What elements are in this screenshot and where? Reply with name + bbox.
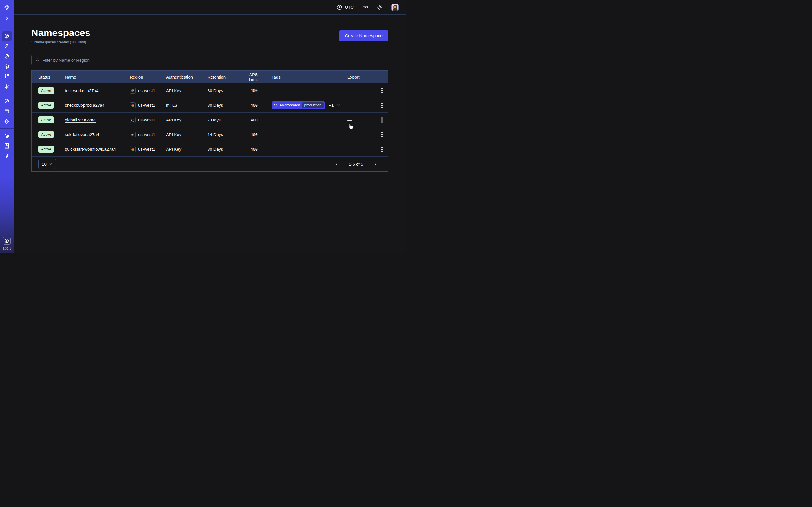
retention-cell: 30 Days: [207, 88, 240, 93]
sidebar-divider: [0, 128, 13, 129]
region-cell: us-west1: [130, 88, 166, 94]
sidebar-item-nexus[interactable]: [2, 82, 12, 92]
table-body: Active test-worker.a27a4 us-west1 API Ke…: [32, 83, 388, 156]
sidebar: $ 2.35.1: [0, 0, 13, 253]
status-cell: Active: [38, 102, 65, 109]
region-cell: us-west1: [130, 131, 166, 137]
namespace-link[interactable]: test-worker.a27a4: [65, 88, 98, 93]
region-label: us-west1: [138, 132, 155, 137]
row-actions-cell: [376, 130, 388, 139]
name-cell: globalizer.a27a4: [65, 117, 130, 122]
namespace-link[interactable]: quickstart-workflows.a27a4: [65, 147, 116, 152]
sidebar-item-docs[interactable]: [2, 141, 12, 151]
column-header-export: Export: [347, 75, 376, 79]
main-content: Namespaces 5 Namespaces created (100 lim…: [13, 15, 406, 253]
table-row: Active quickstart-workflows.a27a4 us-wes…: [32, 142, 388, 156]
region-cell: us-west1: [130, 102, 166, 108]
pagination-range: 1-5 of 5: [349, 162, 363, 166]
region-cell: us-west1: [130, 117, 166, 123]
chevron-down-icon: [49, 162, 52, 166]
filter-searchbar: [31, 55, 388, 65]
arrow-left-icon: [335, 161, 340, 167]
name-cell: quickstart-workflows.a27a4: [65, 147, 130, 152]
column-header-authentication: Authentication: [166, 75, 207, 79]
gcp-cloud-icon: [130, 102, 136, 108]
tag-value: production: [302, 102, 324, 108]
status-cell: Active: [38, 87, 65, 94]
sidebar-item-usage[interactable]: [2, 96, 12, 106]
sidebar-item-task-queues[interactable]: [2, 61, 12, 71]
name-cell: checkout-prod.a27a4: [65, 103, 130, 108]
sidebar-divider: [0, 94, 13, 94]
row-actions-cell: [376, 145, 388, 154]
column-header-name: Name: [65, 75, 130, 79]
aps-limit-cell: 400: [240, 147, 258, 152]
row-menu-kebab-button[interactable]: [380, 145, 384, 154]
namespaces-table: Status Name Region Authentication Retent…: [31, 70, 388, 172]
region-label: us-west1: [138, 88, 155, 93]
status-cell: Active: [38, 131, 65, 138]
region-label: us-west1: [138, 117, 155, 122]
svg-text:$: $: [6, 240, 8, 242]
table-row: Active checkout-prod.a27a4 us-west1 mTLS…: [32, 98, 388, 112]
authentication-cell: API Key: [166, 88, 207, 93]
sidebar-item-workflows[interactable]: [2, 41, 12, 51]
sidebar-item-schedules[interactable]: [2, 51, 12, 61]
region-label: us-west1: [138, 147, 155, 152]
authentication-cell: mTLS: [166, 103, 207, 108]
namespace-link[interactable]: sdk-failover.a27a4: [65, 132, 99, 137]
sidebar-item-settings[interactable]: [2, 116, 12, 126]
user-avatar[interactable]: [391, 4, 399, 11]
tag-icon: [274, 103, 278, 107]
sidebar-item-support[interactable]: [2, 131, 12, 141]
sidebar-expand-chevron-icon[interactable]: [2, 13, 12, 23]
row-menu-kebab-button[interactable]: [380, 101, 384, 110]
column-header-region: Region: [130, 75, 166, 79]
status-cell: Active: [38, 116, 65, 123]
create-namespace-button[interactable]: Create Namespace: [339, 30, 388, 41]
status-badge: Active: [38, 87, 54, 94]
namespace-link[interactable]: globalizer.a27a4: [65, 117, 96, 122]
filter-input[interactable]: [42, 55, 385, 65]
column-header-status: Status: [38, 75, 65, 79]
namespace-link[interactable]: checkout-prod.a27a4: [65, 103, 105, 108]
next-page-button[interactable]: [371, 161, 378, 167]
theme-toggle-sun-icon[interactable]: [377, 4, 383, 10]
gcp-cloud-icon: [130, 117, 136, 123]
row-menu-kebab-button[interactable]: [380, 86, 384, 95]
aps-limit-cell: 400: [240, 103, 258, 108]
row-actions-cell: [376, 86, 388, 95]
column-header-retention: Retention: [207, 75, 240, 79]
row-menu-kebab-button[interactable]: [380, 116, 384, 124]
temporal-logo-icon[interactable]: [2, 2, 12, 12]
pricing-badge-dollar-icon[interactable]: $: [3, 237, 11, 245]
aps-limit-cell: 400: [240, 118, 258, 122]
sidebar-item-deployments[interactable]: [2, 71, 12, 82]
row-actions-cell: [376, 101, 388, 110]
previous-page-button[interactable]: [334, 161, 341, 167]
export-cell: —: [347, 88, 376, 93]
pagination-bar: 10 1-5 of 5: [32, 156, 388, 171]
timezone-label: UTC: [345, 5, 354, 10]
page-size-select[interactable]: 10: [38, 159, 56, 169]
status-cell: Active: [38, 146, 65, 153]
tag-pill[interactable]: environmentproduction: [271, 101, 325, 109]
timezone-button[interactable]: UTC: [336, 4, 354, 10]
page-size-value: 10: [42, 162, 47, 166]
table-row: Active test-worker.a27a4 us-west1 API Ke…: [32, 83, 388, 98]
sidebar-item-getting-started[interactable]: [2, 151, 12, 161]
row-menu-kebab-button[interactable]: [380, 130, 384, 139]
name-cell: test-worker.a27a4: [65, 88, 130, 93]
sidebar-item-billing[interactable]: [2, 106, 12, 116]
region-label: us-west1: [138, 103, 155, 108]
column-header-tags: Tags: [258, 75, 347, 79]
tags-expand-chevron-icon[interactable]: [337, 103, 341, 107]
labs-glasses-icon[interactable]: [362, 4, 368, 10]
app-version: 2.35.1: [3, 247, 11, 250]
arrow-right-icon: [371, 161, 377, 167]
tag-more-count: +1: [329, 103, 334, 108]
export-cell: —: [347, 147, 376, 152]
sidebar-item-namespaces[interactable]: [2, 31, 12, 41]
authentication-cell: API Key: [166, 132, 207, 137]
gcp-cloud-icon: [130, 131, 136, 137]
